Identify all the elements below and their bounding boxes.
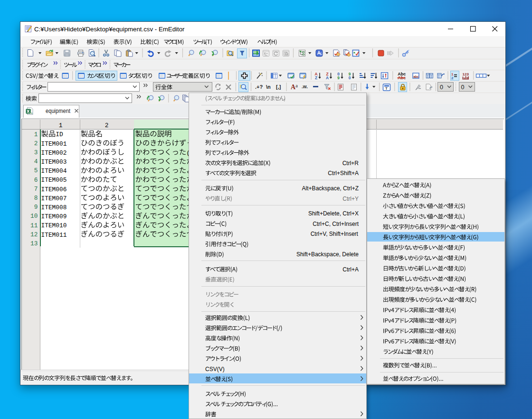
svg-text:Shift+Backspace, Delete: Shift+Backspace, Delete — [296, 251, 359, 258]
svg-text:Ctrl+A: Ctrl+A — [342, 266, 359, 273]
svg-text:Alt+Backspace, Ctrl+Z: Alt+Backspace, Ctrl+Z — [302, 185, 359, 192]
svg-text:Ctrl+Y: Ctrl+Y — [342, 196, 359, 202]
svg-text:Ctrl+R: Ctrl+R — [342, 160, 359, 167]
svg-text:Shift+Delete, Ctrl+X: Shift+Delete, Ctrl+X — [308, 210, 359, 217]
svg-text:Ctrl+Shift+A: Ctrl+Shift+A — [328, 170, 359, 177]
svg-text:CSV(V): CSV(V) — [205, 366, 225, 372]
svg-text:Ctrl+C, Ctrl+Insert: Ctrl+C, Ctrl+Insert — [313, 221, 359, 227]
svg-text:Ctrl+V, Shift+Insert: Ctrl+V, Shift+Insert — [311, 231, 359, 237]
